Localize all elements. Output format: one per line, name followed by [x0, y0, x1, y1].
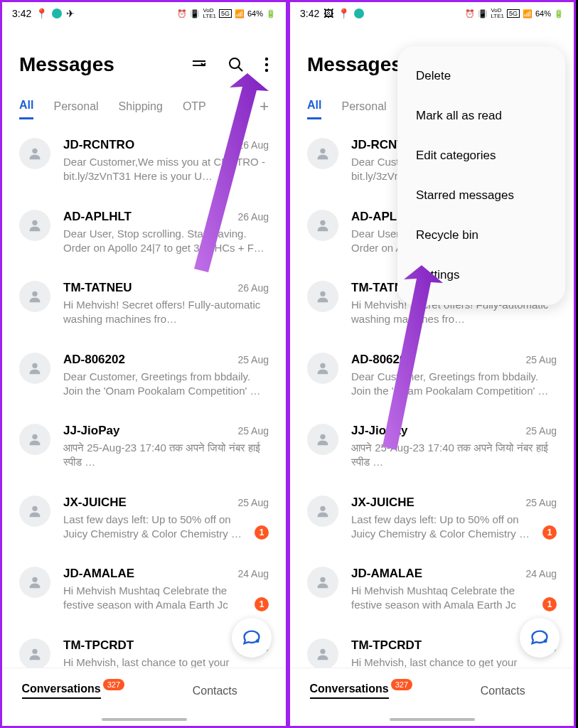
menu-settings[interactable]: Settings [397, 255, 565, 295]
signal-icon: 📶 [523, 9, 532, 18]
avatar [19, 353, 50, 384]
svg-point-7 [32, 149, 37, 154]
svg-point-11 [32, 434, 37, 439]
svg-point-4 [265, 58, 268, 60]
5g-icon: 5G [219, 9, 232, 18]
svg-point-8 [32, 220, 37, 225]
avatar [307, 567, 338, 598]
tab-otp[interactable]: OTP [183, 95, 206, 119]
add-category-icon[interactable]: + [259, 97, 269, 116]
preview-text: Dear Customer, Greetings from bbdaily. J… [63, 370, 269, 399]
conversation-item[interactable]: JD-AMALAE 24 Aug Hi Mehvish Mushtaq Cele… [2, 554, 286, 626]
avatar [19, 638, 50, 670]
sender-label: JD-RCNTRO [63, 138, 134, 152]
svg-point-20 [320, 291, 325, 296]
tab-conversations[interactable]: Conversations 327 [2, 668, 144, 726]
status-bar: 3:42 📍 ✈ ⏰ 📳 VoDLTE1 5G 📶 64% 🔋 [2, 2, 286, 25]
tab-shipping[interactable]: Shipping [119, 95, 163, 119]
avatar [19, 281, 50, 312]
status-time: 3:42 [12, 8, 31, 19]
app-icon [354, 9, 364, 18]
date-label: 26 Aug [237, 282, 269, 294]
tab-personal[interactable]: Personal [341, 95, 386, 119]
tab-contacts[interactable]: Contacts [432, 668, 574, 726]
category-tabs: All Personal Shipping OTP + [2, 93, 286, 119]
conversation-item[interactable]: AD-806202 25 Aug Dear Customer, Greeting… [290, 340, 574, 412]
compose-button[interactable] [232, 618, 272, 658]
tab-all[interactable]: All [307, 93, 321, 119]
svg-point-23 [320, 505, 325, 510]
alarm-icon: ⏰ [465, 9, 475, 18]
preview-text: Hi Mehvish Mushtaq Celebrate the festive… [63, 584, 247, 613]
svg-point-24 [320, 577, 325, 582]
tab-all[interactable]: All [19, 93, 33, 119]
compose-button[interactable] [520, 618, 560, 658]
page-title: Messages [307, 53, 402, 76]
avatar [307, 424, 338, 455]
avatar [307, 496, 338, 527]
5g-icon: 5G [507, 9, 520, 18]
avatar [307, 210, 338, 241]
conversation-item[interactable]: JJ-JioPay 25 Aug आपने 25-Aug-23 17:40 तक… [2, 411, 286, 483]
sender-label: JD-AMALAE [351, 567, 422, 581]
bottom-navigation: Conversations 327 Contacts [2, 668, 286, 726]
sender-label: AD-APLHLT [63, 210, 132, 224]
conversation-item[interactable]: AD-APLHLT 26 Aug Dear User, Stop scrolli… [2, 197, 286, 269]
overflow-menu: Delete Mark all as read Edit categories … [397, 46, 565, 305]
sender-label: TM-TPCRDT [351, 638, 422, 653]
tab-conversations[interactable]: Conversations 327 [290, 668, 432, 726]
conversation-item[interactable]: JJ-JioPay 25 Aug आपने 25-Aug-23 17:40 तक… [290, 411, 574, 483]
conversation-item[interactable]: JX-JUICHE 25 Aug Last few days left: Up … [290, 483, 574, 555]
menu-mark-all-read[interactable]: Mark all as read [397, 96, 565, 136]
avatar [307, 353, 338, 384]
date-label: 25 Aug [237, 497, 269, 508]
overflow-menu-icon[interactable] [264, 56, 269, 73]
message-list: JD-RCNTRO 26 Aug Dear Customer,We miss y… [2, 119, 286, 688]
menu-recycle-bin[interactable]: Recycle bin [397, 215, 565, 255]
menu-starred[interactable]: Starred messages [397, 176, 565, 215]
date-label: 25 Aug [237, 425, 269, 437]
preview-text: Last few days left: Up to 50% off on Jui… [63, 513, 247, 542]
conversation-item[interactable]: TM-TATNEU 26 Aug Hi Mehvish! Secret offe… [2, 268, 286, 340]
avatar [19, 567, 50, 598]
svg-point-25 [320, 648, 325, 653]
avatar [19, 138, 50, 169]
svg-point-5 [265, 63, 268, 66]
menu-delete[interactable]: Delete [397, 56, 565, 96]
conversation-item[interactable]: AD-806202 25 Aug Dear Customer, Greeting… [2, 340, 286, 412]
svg-point-2 [230, 58, 240, 68]
sender-label: JJ-JioPay [351, 424, 407, 438]
nav-handle[interactable] [390, 718, 475, 721]
conversations-badge: 327 [103, 679, 124, 690]
date-label: 25 Aug [525, 354, 557, 365]
tab-personal[interactable]: Personal [53, 95, 98, 119]
vibrate-icon: 📳 [478, 9, 488, 18]
status-bar: 3:42 🖼 📍 ⏰ 📳 VoDLTE1 5G 📶 64% 🔋 [290, 2, 574, 25]
search-icon[interactable] [228, 56, 245, 73]
alarm-icon: ⏰ [177, 9, 187, 18]
conversation-item[interactable]: JD-RCNTRO 26 Aug Dear Customer,We miss y… [2, 125, 286, 197]
menu-edit-categories[interactable]: Edit categories [397, 136, 565, 176]
battery-text: 64% [535, 9, 551, 18]
nav-handle[interactable] [102, 718, 187, 721]
conversation-item[interactable]: JD-AMALAE 24 Aug Hi Mehvish Mushtaq Cele… [290, 554, 574, 626]
sender-label: JX-JUICHE [63, 496, 127, 510]
signal-icon: 📶 [235, 9, 245, 18]
svg-point-9 [32, 291, 37, 296]
date-label: 26 Aug [237, 211, 269, 223]
sender-label: TM-TPCRDT [63, 638, 134, 653]
filter-icon[interactable] [191, 56, 208, 73]
preview-text: Hi Mehvish! Secret offers! Fully-automat… [63, 298, 269, 327]
battery-text: 64% [247, 9, 263, 18]
tab-contacts[interactable]: Contacts [144, 668, 287, 726]
conversation-item[interactable]: JX-JUICHE 25 Aug Last few days left: Up … [2, 483, 286, 555]
svg-point-6 [265, 69, 268, 72]
unread-badge: 1 [255, 525, 269, 540]
date-label: 26 Aug [237, 139, 269, 151]
sender-label: TM-TATNEU [63, 281, 132, 295]
unread-badge: 1 [255, 597, 269, 611]
svg-point-18 [320, 149, 325, 154]
battery-icon: 🔋 [554, 9, 564, 18]
preview-text: Dear Customer, Greetings from bbdaily. J… [351, 370, 557, 399]
app-icon [52, 9, 62, 18]
